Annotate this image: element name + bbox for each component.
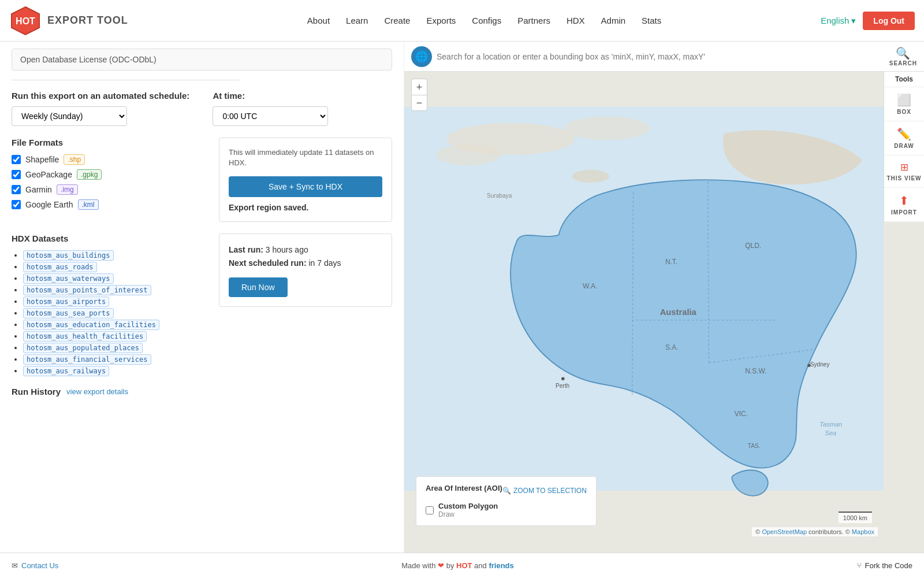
svg-text:S.A.: S.A. <box>665 343 679 351</box>
view-export-details-link[interactable]: view export details <box>66 387 128 396</box>
left-panel: Open Database License (ODC-ODbL) Run thi… <box>0 42 404 578</box>
globe-icon[interactable]: 🌐 <box>411 46 432 67</box>
box-label: BOX <box>897 109 911 115</box>
list-item: hotosm_aus_populated_places <box>23 343 207 352</box>
schedule-select[interactable]: Weekly (Sunday) Daily Monthly <box>12 106 127 126</box>
list-item: hotosm_aus_buildings <box>23 250 207 260</box>
last-run-label: Last run: <box>229 245 263 254</box>
svg-text:Sea: Sea <box>825 429 837 436</box>
nav-stats[interactable]: Stats <box>642 16 661 25</box>
nav-create[interactable]: Create <box>384 16 410 25</box>
footer-contact: ✉ Contact Us <box>12 561 58 570</box>
main-layout: Open Database License (ODC-ODbL) Run thi… <box>0 42 924 578</box>
svg-text:QLD.: QLD. <box>745 242 761 250</box>
box-icon: ⬜ <box>897 93 911 107</box>
fork-code-link[interactable]: Fork the Code <box>865 561 912 570</box>
hot-logo-icon[interactable]: HOT <box>9 5 42 37</box>
nav-admin[interactable]: Admin <box>601 16 626 25</box>
friends-link[interactable]: friends <box>489 561 513 570</box>
box-tool[interactable]: ⬜ BOX <box>884 87 924 121</box>
export-saved-label: Export region saved. <box>229 203 382 212</box>
shapefile-checkbox[interactable] <box>12 155 21 164</box>
search-label: SEARCH <box>889 60 917 66</box>
google-earth-checkbox[interactable] <box>12 200 21 209</box>
shapefile-label: Shapefile <box>25 155 59 164</box>
import-icon: ⬆ <box>899 194 909 208</box>
nav-hdx[interactable]: HDX <box>567 16 585 25</box>
geopackage-badge: .gpkg <box>77 169 102 180</box>
logout-button[interactable]: Log Out <box>863 12 915 30</box>
scale-bar: 1000 km <box>839 512 872 523</box>
shapefile-badge: .shp <box>64 154 85 165</box>
datasets-run-row: HDX Datasets hotosm_aus_buildings hotosm… <box>12 234 392 387</box>
mapbox-link[interactable]: Mapbox <box>852 528 874 535</box>
osm-attribution: © OpenStreetMap contributors. © Mapbox <box>752 527 878 536</box>
language-button[interactable]: English ▾ <box>821 16 856 26</box>
datasets-list: hotosm_aus_buildings hotosm_aus_roads ho… <box>12 250 207 375</box>
run-info-panel: Last run: 3 hours ago Next scheduled run… <box>219 234 392 307</box>
hdx-sync-info: This will immediately update 11 datasets… <box>229 147 382 168</box>
footer: ✉ Contact Us Made with ❤ by HOT and frie… <box>0 553 924 578</box>
nav-about[interactable]: About <box>307 16 330 25</box>
time-select[interactable]: 0:00 UTC 1:00 UTC 6:00 UTC 12:00 UTC <box>213 106 328 126</box>
nav-learn[interactable]: Learn <box>346 16 368 25</box>
at-time-section: At time: 0:00 UTC 1:00 UTC 6:00 UTC 12:0… <box>213 91 328 126</box>
osm-link[interactable]: OpenStreetMap <box>762 528 807 535</box>
map-search-input[interactable] <box>437 52 885 61</box>
zoom-out-button[interactable]: − <box>411 95 427 111</box>
list-item: hotosm_aus_health_facilities <box>23 331 207 340</box>
draw-icon: ✏️ <box>897 127 911 141</box>
zoom-to-selection-link[interactable]: 🔍 ZOOM TO SELECTION <box>502 487 587 495</box>
svg-text:N.T.: N.T. <box>665 258 677 266</box>
svg-point-6 <box>572 170 610 183</box>
hdx-sync-col: This will immediately update 11 datasets… <box>219 138 392 234</box>
svg-text:N.S.W.: N.S.W. <box>745 367 766 375</box>
hdx-datasets-title: HDX Datasets <box>12 234 207 243</box>
nav-configs[interactable]: Configs <box>472 16 501 25</box>
header-right: English ▾ Log Out <box>821 12 915 30</box>
list-item: hotosm_aus_education_facilities <box>23 320 207 329</box>
geopackage-checkbox[interactable] <box>12 170 21 179</box>
formats-hdx-row: File Formats Shapefile .shp GeoPackage .… <box>12 138 392 234</box>
svg-point-5 <box>436 144 500 166</box>
import-tool[interactable]: ⬆ IMPORT <box>884 188 924 222</box>
this-view-tool[interactable]: ⊞ THIS VIEW <box>884 155 924 188</box>
hdx-sync-button[interactable]: Save + Sync to HDX <box>229 176 382 197</box>
github-icon: ⑂ <box>857 561 862 570</box>
datasets-col: HDX Datasets hotosm_aus_buildings hotosm… <box>12 234 207 387</box>
divider <box>12 80 240 80</box>
zoom-in-button[interactable]: + <box>411 79 427 95</box>
hot-link[interactable]: HOT <box>456 561 472 570</box>
list-item: hotosm_aus_roads <box>23 262 207 271</box>
svg-text:TAS.: TAS. <box>748 443 761 449</box>
zoom-controls: + − <box>411 79 427 111</box>
main-nav: About Learn Create Exports Configs Partn… <box>148 16 821 25</box>
tools-header: Tools <box>884 72 924 87</box>
header: HOT EXPORT TOOL About Learn Create Expor… <box>0 0 924 42</box>
formats-list: Shapefile .shp GeoPackage .gpkg Garmin .… <box>12 154 207 210</box>
last-run-value: 3 hours ago <box>266 245 308 254</box>
list-item: hotosm_aus_financial_services <box>23 354 207 364</box>
draw-tool[interactable]: ✏️ DRAW <box>884 121 924 155</box>
list-item: hotosm_aus_points_of_interest <box>23 285 207 294</box>
formats-title: File Formats <box>12 138 207 147</box>
svg-point-19 <box>561 377 565 381</box>
run-history-title: Run History <box>12 387 61 397</box>
aoi-panel: Area Of Interest (AOI) 🔍 ZOOM TO SELECTI… <box>416 476 597 526</box>
run-now-button[interactable]: Run Now <box>229 277 288 297</box>
svg-text:Tasman: Tasman <box>819 421 842 428</box>
nav-partners[interactable]: Partners <box>517 16 550 25</box>
next-run-value: in 7 days <box>308 258 341 268</box>
garmin-checkbox[interactable] <box>12 185 21 194</box>
svg-text:HOT: HOT <box>16 16 35 26</box>
format-geopackage: GeoPackage .gpkg <box>12 169 207 180</box>
nav-exports[interactable]: Exports <box>426 16 456 25</box>
custom-polygon-checkbox[interactable] <box>426 506 434 514</box>
map-search-button[interactable]: 🔍 SEARCH <box>889 46 917 66</box>
contact-link[interactable]: Contact Us <box>21 561 58 570</box>
map-container[interactable]: 🌐 🔍 SEARCH + − <box>404 42 924 578</box>
list-item: hotosm_aus_railways <box>23 366 207 375</box>
map-panel: 🌐 🔍 SEARCH + − <box>404 42 924 578</box>
australia-map: W.A. N.T. QLD. S.A. N.S.W. VIC. TAS. Aus… <box>404 72 884 526</box>
aoi-polygon-sub: Draw <box>438 510 498 518</box>
